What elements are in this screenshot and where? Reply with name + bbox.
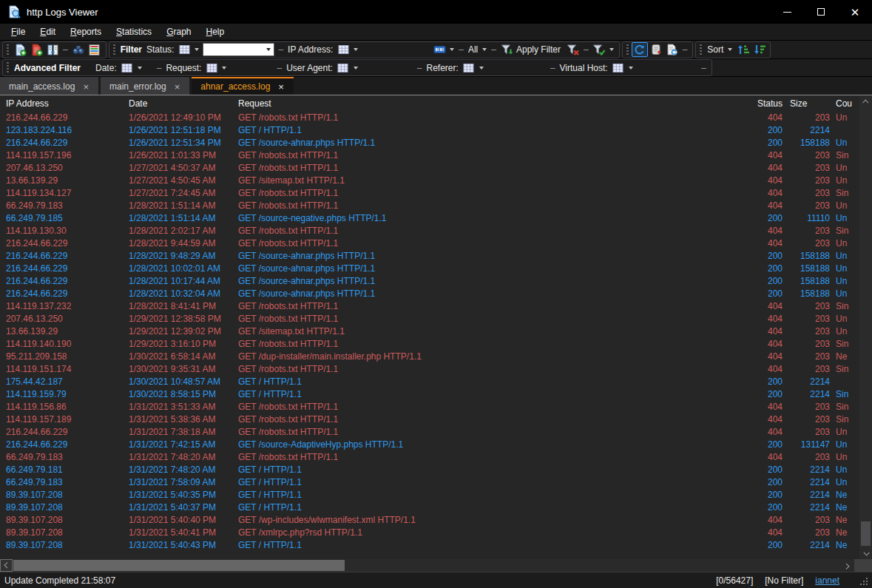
chevron-down-icon[interactable] (195, 48, 199, 51)
chevron-down-icon[interactable] (482, 48, 487, 51)
toolbar-grip[interactable] (700, 44, 702, 55)
vertical-scrollbar[interactable] (859, 95, 872, 559)
menu-edit[interactable]: Edit (33, 27, 63, 37)
chevron-down-icon[interactable] (266, 48, 271, 51)
auto-refresh-button[interactable] (632, 42, 648, 57)
scroll-down-button[interactable] (859, 547, 872, 559)
close-button[interactable]: ✕ (838, 0, 872, 24)
horizontal-scrollbar[interactable] (0, 559, 872, 572)
table-row[interactable]: 95.211.209.1581/30/2021 6:58:14 AMGET /d… (0, 351, 859, 363)
validate-filter-button[interactable] (591, 42, 607, 57)
country-all-label[interactable]: All (466, 44, 480, 55)
menu-help[interactable]: Help (199, 27, 232, 37)
status-grid-button[interactable] (176, 42, 192, 57)
iannet-link[interactable]: iannet (815, 575, 839, 586)
country-filter-button[interactable] (431, 42, 447, 57)
vertical-scrollbar-thumb[interactable] (861, 521, 871, 546)
open-access-log-button[interactable] (12, 42, 28, 57)
resize-grip-icon[interactable] (859, 576, 868, 585)
toolbar-grip[interactable] (7, 44, 9, 55)
table-row[interactable]: 114.119.159.791/30/2021 8:58:15 PMGET / … (0, 388, 859, 401)
chevron-down-icon[interactable] (479, 67, 484, 70)
toolbar-grip[interactable] (7, 62, 9, 73)
sort-descending-button[interactable] (751, 42, 767, 57)
table-row[interactable]: 89.39.107.2081/31/2021 5:40:43 PMGET / H… (0, 539, 859, 552)
table-row[interactable]: 175.44.42.1871/30/2021 10:48:57 AMGET / … (0, 376, 859, 388)
tab-main_error.log[interactable]: main_error.log× (101, 77, 189, 95)
tab-ahnar_access.log[interactable]: ahnar_access.log× (192, 77, 294, 95)
referer-grid-button[interactable] (461, 61, 477, 75)
tab-close-icon[interactable]: × (172, 81, 183, 92)
minimize-button[interactable] (770, 0, 804, 24)
tab-main_access.log[interactable]: main_access.log× (0, 77, 98, 95)
table-row[interactable]: 66.249.79.1831/31/2021 7:58:09 AMGET / H… (0, 476, 859, 489)
column-header-size[interactable]: Size (783, 98, 830, 109)
remove-filter-button[interactable] (565, 42, 581, 57)
table-row[interactable]: 114.119.151.1741/30/2021 9:35:31 AMGET /… (0, 363, 859, 376)
chevron-down-icon[interactable] (629, 67, 633, 70)
menu-statistics[interactable]: Statistics (109, 27, 159, 37)
table-row[interactable]: 114.119.130.301/28/2021 2:02:17 AMGET /r… (0, 225, 859, 237)
highlight-log-button[interactable] (87, 42, 103, 57)
column-header-ip[interactable]: IP Address (6, 98, 129, 109)
table-row[interactable]: 13.66.139.291/29/2021 12:39:02 PMGET /si… (0, 325, 859, 338)
scroll-up-button[interactable] (859, 95, 872, 108)
chevron-down-icon[interactable] (354, 48, 358, 51)
table-row[interactable]: 216.244.66.2291/31/2021 7:42:15 AMGET /s… (0, 439, 859, 451)
toolbar-grip[interactable] (626, 44, 629, 55)
table-row[interactable]: 114.119.134.1271/27/2021 7:24:45 AMGET /… (0, 187, 859, 200)
request-grid-button[interactable] (203, 61, 220, 75)
status-combobox-input[interactable] (203, 44, 266, 55)
table-row[interactable]: 216.244.66.2291/28/2021 10:32:04 AMGET /… (0, 288, 859, 300)
table-row[interactable]: 89.39.107.2081/31/2021 5:40:41 PMGET /xm… (0, 527, 859, 539)
user-agent-grid-button[interactable] (335, 61, 351, 75)
table-row[interactable]: 207.46.13.2501/29/2021 12:38:58 PMGET /r… (0, 313, 859, 325)
column-header-date[interactable]: Date (129, 98, 238, 109)
script-button[interactable] (648, 42, 664, 57)
table-row[interactable]: 216.244.66.2291/31/2021 7:38:18 AMGET /r… (0, 426, 859, 439)
horizontal-scrollbar-thumb[interactable] (13, 560, 345, 571)
scroll-left-button[interactable] (0, 559, 13, 572)
chevron-down-icon[interactable] (354, 67, 358, 70)
table-row[interactable]: 216.244.66.2291/28/2021 10:17:44 AMGET /… (0, 275, 859, 288)
tab-close-icon[interactable]: × (81, 81, 91, 92)
open-error-log-button[interactable] (28, 42, 44, 57)
toolbar-grip[interactable] (113, 44, 115, 55)
table-row[interactable]: 114.119.137.2321/28/2021 8:41:41 PMGET /… (0, 300, 859, 313)
table-row[interactable]: 216.244.66.2291/26/2021 12:51:34 PMGET /… (0, 137, 859, 149)
table-row[interactable]: 66.249.79.1831/31/2021 7:48:20 AMGET /ro… (0, 451, 859, 464)
reload-file-button[interactable] (664, 42, 680, 57)
tab-close-icon[interactable]: × (276, 81, 286, 92)
chevron-down-icon[interactable] (728, 48, 732, 51)
column-header-request[interactable]: Request (238, 98, 741, 109)
date-grid-button[interactable] (119, 61, 135, 75)
search-button[interactable] (70, 42, 87, 57)
table-row[interactable]: 89.39.107.2081/31/2021 5:40:35 PMGET / H… (0, 489, 859, 501)
chevron-down-icon[interactable] (609, 48, 614, 51)
chevron-down-icon[interactable] (450, 48, 454, 51)
menu-graph[interactable]: Graph (159, 27, 198, 37)
table-row[interactable]: 66.249.79.1811/31/2021 7:48:20 AMGET / H… (0, 464, 859, 476)
menu-reports[interactable]: Reports (63, 27, 109, 37)
column-header-status[interactable]: Status (741, 98, 783, 109)
table-row[interactable]: 216.244.66.2291/28/2021 10:02:01 AMGET /… (0, 263, 859, 275)
scroll-right-button[interactable] (840, 559, 853, 572)
sort-label[interactable]: Sort (705, 44, 726, 55)
table-row[interactable]: 66.249.79.1831/28/2021 1:51:14 AMGET /ro… (0, 200, 859, 212)
apply-filter-button[interactable]: Apply Filter (498, 44, 565, 56)
table-row[interactable]: 114.119.157.1891/31/2021 5:38:36 AMGET /… (0, 413, 859, 426)
table-row[interactable]: 114.119.140.1901/29/2021 3:16:10 PMGET /… (0, 338, 859, 351)
chevron-down-icon[interactable] (222, 67, 226, 70)
table-row[interactable]: 216.244.66.2291/28/2021 9:44:59 AMGET /r… (0, 237, 859, 250)
table-row[interactable]: 123.183.224.1161/26/2021 12:51:18 PMGET … (0, 124, 859, 137)
maximize-button[interactable] (804, 0, 838, 24)
table-row[interactable]: 216.244.66.2291/28/2021 9:48:29 AMGET /s… (0, 250, 859, 263)
split-log-button[interactable] (44, 42, 61, 57)
table-row[interactable]: 114.119.157.1961/26/2021 1:01:33 PMGET /… (0, 149, 859, 162)
ip-grid-button[interactable] (335, 42, 351, 57)
virtual-host-grid-button[interactable] (610, 61, 626, 75)
table-row[interactable]: 89.39.107.2081/31/2021 5:40:37 PMGET / H… (0, 501, 859, 514)
table-row[interactable]: 66.249.79.1851/28/2021 1:51:14 AMGET /so… (0, 212, 859, 225)
table-row[interactable]: 13.66.139.291/27/2021 4:50:45 AMGET /sit… (0, 175, 859, 187)
menu-file[interactable]: File (4, 27, 33, 37)
